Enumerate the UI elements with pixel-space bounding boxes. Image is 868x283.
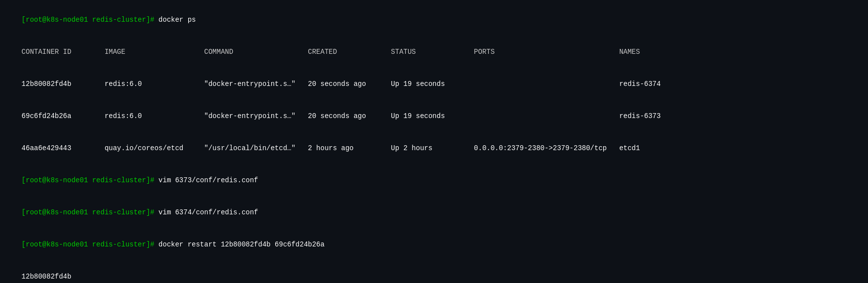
table-row: 69c6fd24b26a redis:6.0 "docker-entrypoin… bbox=[5, 100, 863, 132]
line-docker-ps: [root@k8s-node01 redis-cluster]# docker … bbox=[5, 4, 863, 36]
line-vim2: [root@k8s-node01 redis-cluster]# vim 637… bbox=[5, 197, 863, 229]
line-table-header: CONTAINER ID IMAGE COMMAND CREATED STATU… bbox=[5, 36, 863, 68]
terminal-window: [root@k8s-node01 redis-cluster]# docker … bbox=[0, 0, 868, 283]
line-restart-out1: 12b80082fd4b bbox=[5, 261, 863, 283]
table-row: 12b80082fd4b redis:6.0 "docker-entrypoin… bbox=[5, 68, 863, 100]
table-row: 46aa6e429443 quay.io/coreos/etcd "/usr/l… bbox=[5, 132, 863, 164]
line-vim1: [root@k8s-node01 redis-cluster]# vim 637… bbox=[5, 164, 863, 197]
line-restart: [root@k8s-node01 redis-cluster]# docker … bbox=[5, 229, 863, 261]
